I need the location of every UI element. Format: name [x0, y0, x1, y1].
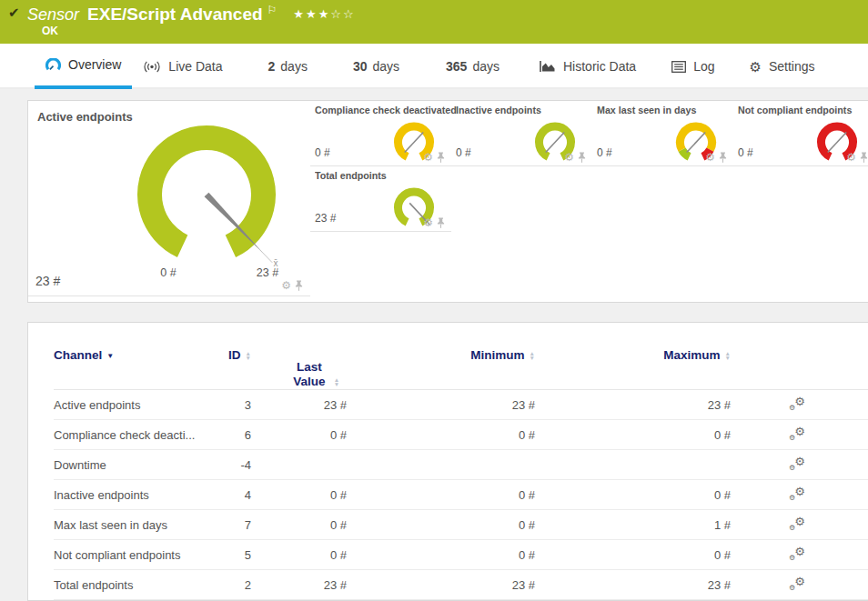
tab-label: days — [472, 59, 500, 74]
column-header-id[interactable]: ID ▲▼ — [210, 348, 251, 389]
gear-icon[interactable]: ⚙ — [423, 217, 433, 228]
gauge-value: 0 # — [315, 146, 330, 159]
svg-text:0 #: 0 # — [160, 266, 176, 279]
gauge-value: 23 # — [315, 212, 336, 225]
channel-settings-icon[interactable]: ⚙⚙ — [789, 516, 805, 531]
gauge-tile-active-endpoints: Active endpoints 0 #23 #x̄ 23 # ⚙ — [28, 101, 310, 296]
column-label: Minimum — [470, 348, 524, 362]
small-gauges: Compliance check deactivated0 #⚙Inactive… — [310, 101, 868, 232]
channel-settings-icon[interactable]: ⚙⚙ — [789, 576, 805, 591]
tab-label: Overview — [68, 57, 121, 72]
tab-label: Historic Data — [563, 59, 636, 74]
tab-2-days[interactable]: 2 days — [257, 44, 318, 89]
tab-bar: Overview Live Data 2 days 30 days 365 da… — [0, 44, 868, 89]
broadcast-icon — [143, 60, 161, 74]
tab-settings[interactable]: ⚙ Settings — [738, 44, 825, 89]
column-label: Maximum — [663, 348, 720, 362]
channel-settings-icon[interactable]: ⚙⚙ — [789, 546, 805, 561]
column-header-last-value[interactable]: Last Value ▲▼ — [251, 348, 347, 389]
sort-icon: ▲▼ — [334, 378, 339, 389]
channels-table: Channel ▼ ID ▲▼ Last Value ▲▼ Minimum ▲▼… — [27, 322, 868, 601]
column-header-minimum[interactable]: Minimum ▲▼ — [347, 348, 535, 389]
channel-settings-icon[interactable]: ⚙⚙ — [789, 396, 805, 411]
pin-icon[interactable] — [437, 217, 445, 228]
tab-historic-data[interactable]: Historic Data — [529, 44, 647, 89]
tab-label: Settings — [769, 59, 815, 74]
channel-last-value: 0 # — [251, 428, 347, 442]
channel-settings-icon[interactable]: ⚙⚙ — [789, 426, 805, 441]
channel-id: 7 — [210, 518, 251, 532]
priority-stars[interactable]: ★★★☆☆ — [293, 7, 355, 21]
tab-log[interactable]: Log — [661, 44, 725, 89]
pin-icon[interactable] — [578, 152, 586, 163]
channel-name: Not compliant endpoints — [54, 548, 210, 562]
column-label: Last Value — [289, 360, 329, 389]
channel-minimum: 0 # — [347, 548, 535, 562]
gear-icon[interactable]: ⚙ — [564, 152, 574, 163]
gear-icon: ⚙ — [749, 60, 761, 74]
svg-text:x̄: x̄ — [274, 258, 278, 268]
channel-name: Inactive endpoints — [54, 488, 210, 502]
tab-overview[interactable]: Overview — [35, 44, 132, 89]
tab-30-days[interactable]: 30 days — [342, 44, 410, 89]
channel-maximum: 23 # — [535, 578, 731, 592]
gauge-title: Not compliant endpoints — [738, 105, 865, 115]
channel-row: Total endpoints223 #23 #23 #⚙⚙ — [54, 570, 868, 600]
column-header-channel[interactable]: Channel ▼ — [54, 348, 210, 389]
channel-settings-icon[interactable]: ⚙⚙ — [789, 456, 805, 471]
status-check-icon: ✔ — [8, 5, 20, 21]
gauge-tile: Total endpoints23 #⚙ — [310, 166, 451, 232]
channel-name: Downtime — [54, 458, 210, 472]
pin-icon[interactable] — [295, 280, 303, 291]
channel-name: Max last seen in days — [54, 518, 210, 532]
pin-icon[interactable] — [719, 152, 727, 163]
gauge-tile: Max last seen in days0 #⚙ — [592, 101, 733, 166]
channel-id: -4 — [210, 458, 251, 472]
status-badge: OK — [42, 25, 58, 37]
tab-label: Log — [693, 59, 714, 74]
gear-icon[interactable]: ⚙ — [423, 152, 433, 163]
tab-live-data[interactable]: Live Data — [132, 44, 233, 89]
channel-row: Compliance check deacti...60 #0 #0 #⚙⚙ — [54, 420, 868, 450]
channel-minimum: 0 # — [347, 428, 535, 442]
area-chart-icon — [540, 60, 556, 73]
channel-row: Inactive endpoints40 #0 #0 #⚙⚙ — [54, 480, 868, 510]
gauge-value: 0 # — [456, 146, 471, 159]
sensor-header: ✔ Sensor EXE/Script Advanced ⚐ ★★★☆☆ OK — [0, 0, 868, 44]
channel-settings-icon[interactable]: ⚙⚙ — [789, 486, 805, 501]
gauge-tile: Compliance check deactivated0 #⚙ — [310, 101, 451, 166]
channel-id: 4 — [210, 488, 251, 502]
gauge-title: Total endpoints — [315, 170, 442, 181]
pin-icon[interactable] — [860, 152, 868, 163]
channel-row: Downtime-4⚙⚙ — [54, 450, 868, 480]
tab-number: 365 — [446, 59, 467, 74]
content-area: Active endpoints 0 #23 #x̄ 23 # ⚙ Compli… — [0, 89, 868, 601]
gear-icon[interactable]: ⚙ — [846, 152, 856, 163]
channel-name: Active endpoints — [54, 398, 210, 412]
table-header-row: Channel ▼ ID ▲▼ Last Value ▲▼ Minimum ▲▼… — [54, 323, 868, 390]
gauge-value: 0 # — [738, 146, 753, 159]
gauge-value: 23 # — [35, 274, 60, 288]
channel-maximum: 0 # — [535, 548, 731, 562]
gauge-title: Compliance check deactivated — [315, 105, 442, 115]
active-endpoints-gauge: 0 #23 #x̄ — [28, 101, 310, 283]
tab-365-days[interactable]: 365 days — [435, 44, 510, 89]
pin-icon[interactable] — [437, 152, 445, 163]
gauge-tile: Not compliant endpoints0 #⚙ — [733, 101, 868, 166]
svg-text:23 #: 23 # — [257, 266, 278, 279]
gauge-title: Max last seen in days — [597, 105, 724, 115]
channel-name: Compliance check deacti... — [54, 428, 210, 442]
channel-row: Active endpoints323 #23 #23 #⚙⚙ — [54, 390, 868, 420]
column-label: ID — [228, 348, 241, 362]
log-icon — [671, 61, 686, 73]
column-label: Channel — [54, 348, 102, 362]
flag-icon[interactable]: ⚐ — [267, 4, 278, 16]
gear-icon[interactable]: ⚙ — [705, 152, 715, 163]
channel-row: Max last seen in days70 #0 #1 #⚙⚙ — [54, 510, 868, 540]
tab-number: 2 — [268, 59, 276, 74]
channel-id: 3 — [210, 398, 251, 412]
gear-icon[interactable]: ⚙ — [281, 280, 291, 291]
column-header-maximum[interactable]: Maximum ▲▼ — [535, 348, 731, 389]
sort-desc-icon: ▼ — [106, 348, 114, 360]
channel-minimum: 23 # — [347, 578, 535, 592]
